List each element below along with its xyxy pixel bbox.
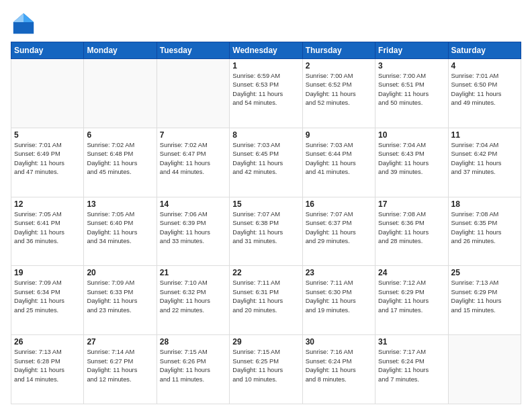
day-info: Sunrise: 7:08 AM Sunset: 6:35 PM Dayligh… <box>451 210 518 246</box>
day-number: 10 <box>378 130 445 140</box>
calendar-cell: 27Sunrise: 7:14 AM Sunset: 6:27 PM Dayli… <box>84 335 157 404</box>
weekday-header: Friday <box>375 42 448 59</box>
calendar-cell: 2Sunrise: 7:00 AM Sunset: 6:52 PM Daylig… <box>302 59 375 128</box>
day-info: Sunrise: 7:03 AM Sunset: 6:45 PM Dayligh… <box>232 141 299 177</box>
day-number: 5 <box>14 130 81 140</box>
calendar-cell: 14Sunrise: 7:06 AM Sunset: 6:39 PM Dayli… <box>157 197 229 266</box>
calendar-cell: 20Sunrise: 7:09 AM Sunset: 6:33 PM Dayli… <box>84 266 157 335</box>
calendar-cell: 18Sunrise: 7:08 AM Sunset: 6:35 PM Dayli… <box>448 197 521 266</box>
calendar-cell: 19Sunrise: 7:09 AM Sunset: 6:34 PM Dayli… <box>11 266 84 335</box>
calendar-cell: 15Sunrise: 7:07 AM Sunset: 6:38 PM Dayli… <box>230 197 302 266</box>
calendar-cell: 3Sunrise: 7:00 AM Sunset: 6:51 PM Daylig… <box>375 59 448 128</box>
day-number: 2 <box>306 61 372 71</box>
day-info: Sunrise: 7:04 AM Sunset: 6:43 PM Dayligh… <box>378 141 445 177</box>
day-number: 4 <box>451 61 518 71</box>
day-number: 13 <box>87 199 153 209</box>
day-info: Sunrise: 7:14 AM Sunset: 6:27 PM Dayligh… <box>87 348 153 384</box>
calendar-cell: 21Sunrise: 7:10 AM Sunset: 6:32 PM Dayli… <box>157 266 229 335</box>
day-number: 3 <box>378 61 445 71</box>
day-number: 7 <box>160 130 226 140</box>
day-number: 1 <box>232 61 299 71</box>
day-number: 30 <box>306 337 372 347</box>
calendar-cell: 6Sunrise: 7:02 AM Sunset: 6:48 PM Daylig… <box>84 128 157 197</box>
day-info: Sunrise: 7:01 AM Sunset: 6:50 PM Dayligh… <box>451 72 518 108</box>
svg-marker-2 <box>13 13 24 22</box>
day-number: 23 <box>306 268 372 277</box>
calendar-cell <box>157 59 229 128</box>
calendar-body: 1Sunrise: 6:59 AM Sunset: 6:53 PM Daylig… <box>11 59 521 404</box>
day-info: Sunrise: 7:10 AM Sunset: 6:32 PM Dayligh… <box>160 279 226 315</box>
calendar-week-row: 26Sunrise: 7:13 AM Sunset: 6:28 PM Dayli… <box>11 335 521 404</box>
day-info: Sunrise: 7:11 AM Sunset: 6:31 PM Dayligh… <box>232 279 299 315</box>
day-info: Sunrise: 7:13 AM Sunset: 6:28 PM Dayligh… <box>14 348 81 384</box>
day-info: Sunrise: 7:09 AM Sunset: 6:33 PM Dayligh… <box>87 279 153 315</box>
calendar-cell: 28Sunrise: 7:15 AM Sunset: 6:26 PM Dayli… <box>157 335 229 404</box>
day-info: Sunrise: 7:05 AM Sunset: 6:40 PM Dayligh… <box>87 210 153 246</box>
day-number: 9 <box>306 130 372 140</box>
day-info: Sunrise: 7:11 AM Sunset: 6:30 PM Dayligh… <box>306 279 372 315</box>
day-number: 16 <box>306 199 372 209</box>
calendar-cell: 1Sunrise: 6:59 AM Sunset: 6:53 PM Daylig… <box>230 59 302 128</box>
calendar-week-row: 1Sunrise: 6:59 AM Sunset: 6:53 PM Daylig… <box>11 59 521 128</box>
calendar-cell: 5Sunrise: 7:01 AM Sunset: 6:49 PM Daylig… <box>11 128 84 197</box>
weekday-header: Sunday <box>11 42 84 59</box>
day-info: Sunrise: 7:03 AM Sunset: 6:44 PM Dayligh… <box>306 141 372 177</box>
day-info: Sunrise: 7:16 AM Sunset: 6:24 PM Dayligh… <box>306 348 372 384</box>
day-number: 24 <box>378 268 445 277</box>
day-info: Sunrise: 7:08 AM Sunset: 6:36 PM Dayligh… <box>378 210 445 246</box>
day-number: 21 <box>160 268 226 277</box>
calendar-week-row: 5Sunrise: 7:01 AM Sunset: 6:49 PM Daylig… <box>11 128 521 197</box>
day-number: 6 <box>87 130 153 140</box>
calendar-cell <box>448 335 521 404</box>
day-info: Sunrise: 7:07 AM Sunset: 6:38 PM Dayligh… <box>232 210 299 246</box>
day-number: 26 <box>14 337 81 347</box>
day-info: Sunrise: 7:15 AM Sunset: 6:26 PM Dayligh… <box>160 348 226 384</box>
day-number: 19 <box>14 268 81 277</box>
calendar-cell: 7Sunrise: 7:02 AM Sunset: 6:47 PM Daylig… <box>157 128 229 197</box>
day-info: Sunrise: 7:09 AM Sunset: 6:34 PM Dayligh… <box>14 279 81 315</box>
calendar-cell: 24Sunrise: 7:12 AM Sunset: 6:29 PM Dayli… <box>375 266 448 335</box>
calendar-cell: 11Sunrise: 7:04 AM Sunset: 6:42 PM Dayli… <box>448 128 521 197</box>
calendar-cell: 4Sunrise: 7:01 AM Sunset: 6:50 PM Daylig… <box>448 59 521 128</box>
header <box>11 11 521 36</box>
svg-marker-1 <box>24 13 34 22</box>
day-number: 14 <box>160 199 226 209</box>
calendar-header: SundayMondayTuesdayWednesdayThursdayFrid… <box>11 42 521 59</box>
logo <box>11 11 38 36</box>
day-number: 11 <box>451 130 518 140</box>
day-info: Sunrise: 7:00 AM Sunset: 6:51 PM Dayligh… <box>378 72 445 108</box>
calendar-cell: 23Sunrise: 7:11 AM Sunset: 6:30 PM Dayli… <box>302 266 375 335</box>
day-info: Sunrise: 7:12 AM Sunset: 6:29 PM Dayligh… <box>378 279 445 315</box>
weekday-header: Monday <box>84 42 157 59</box>
day-number: 12 <box>14 199 81 209</box>
calendar-cell: 26Sunrise: 7:13 AM Sunset: 6:28 PM Dayli… <box>11 335 84 404</box>
calendar-week-row: 19Sunrise: 7:09 AM Sunset: 6:34 PM Dayli… <box>11 266 521 335</box>
calendar-cell: 30Sunrise: 7:16 AM Sunset: 6:24 PM Dayli… <box>302 335 375 404</box>
calendar-table: SundayMondayTuesdayWednesdayThursdayFrid… <box>11 42 521 404</box>
day-info: Sunrise: 7:06 AM Sunset: 6:39 PM Dayligh… <box>160 210 226 246</box>
day-info: Sunrise: 7:01 AM Sunset: 6:49 PM Dayligh… <box>14 141 81 177</box>
day-number: 28 <box>160 337 226 347</box>
calendar-cell: 12Sunrise: 7:05 AM Sunset: 6:41 PM Dayli… <box>11 197 84 266</box>
day-number: 15 <box>232 199 299 209</box>
weekday-header: Tuesday <box>157 42 229 59</box>
day-info: Sunrise: 7:05 AM Sunset: 6:41 PM Dayligh… <box>14 210 81 246</box>
day-info: Sunrise: 7:02 AM Sunset: 6:47 PM Dayligh… <box>160 141 226 177</box>
day-number: 25 <box>451 268 518 277</box>
calendar-cell: 22Sunrise: 7:11 AM Sunset: 6:31 PM Dayli… <box>230 266 302 335</box>
page: SundayMondayTuesdayWednesdayThursdayFrid… <box>0 0 532 411</box>
day-number: 27 <box>87 337 153 347</box>
calendar-cell: 8Sunrise: 7:03 AM Sunset: 6:45 PM Daylig… <box>230 128 302 197</box>
day-info: Sunrise: 7:04 AM Sunset: 6:42 PM Dayligh… <box>451 141 518 177</box>
day-number: 29 <box>232 337 299 347</box>
weekday-header: Wednesday <box>230 42 302 59</box>
day-number: 18 <box>451 199 518 209</box>
calendar-cell: 13Sunrise: 7:05 AM Sunset: 6:40 PM Dayli… <box>84 197 157 266</box>
day-info: Sunrise: 7:15 AM Sunset: 6:25 PM Dayligh… <box>232 348 299 384</box>
day-info: Sunrise: 7:00 AM Sunset: 6:52 PM Dayligh… <box>306 72 372 108</box>
day-number: 20 <box>87 268 153 277</box>
day-info: Sunrise: 7:02 AM Sunset: 6:48 PM Dayligh… <box>87 141 153 177</box>
calendar-cell: 17Sunrise: 7:08 AM Sunset: 6:36 PM Dayli… <box>375 197 448 266</box>
day-number: 31 <box>378 337 445 347</box>
calendar-cell: 31Sunrise: 7:17 AM Sunset: 6:24 PM Dayli… <box>375 335 448 404</box>
